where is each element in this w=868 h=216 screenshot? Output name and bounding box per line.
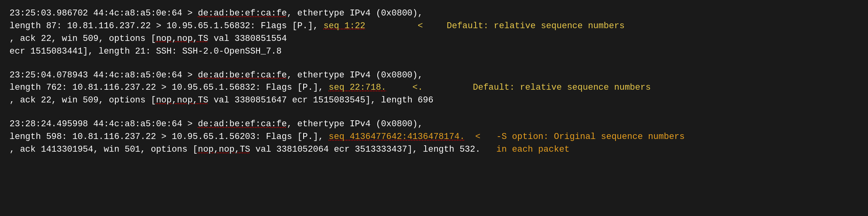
p2-l1-text: 23:25:04.078943 44:4c:a8:a5:0e:64 > de:a…	[10, 69, 423, 82]
p3-mac-dest: de:ad:be:ef:ca:fe	[198, 119, 287, 129]
packet-2-line-1: 23:25:04.078943 44:4c:a8:a5:0e:64 > de:a…	[10, 69, 858, 82]
p3-nop: nop,nop,TS	[198, 145, 250, 154]
p1-nop: nop,nop,TS	[156, 34, 208, 44]
p2-l2-prefix: length 762: 10.81.116.237.22 > 10.95.65.…	[10, 81, 449, 94]
p2-l3-text: , ack 22, win 509, options [nop,nop,TS v…	[10, 94, 433, 107]
p3-seq: seq 4136477642:4136478174.	[329, 132, 465, 142]
p3-l1-text: 23:28:24.495998 44:4c:a8:a5:0e:64 > de:a…	[10, 118, 423, 131]
packet-block-3: 23:28:24.495998 44:4c:a8:a5:0e:64 > de:a…	[10, 118, 858, 156]
packet-3-line-3: , ack 1413301954, win 501, options [nop,…	[10, 143, 858, 156]
p2-annotation: Default: relative sequence numbers	[473, 81, 651, 94]
p1-l2-prefix: length 87: 10.81.116.237.22 > 10.95.65.1…	[10, 20, 423, 33]
packet-3-line-1: 23:28:24.495998 44:4c:a8:a5:0e:64 > de:a…	[10, 118, 858, 131]
p1-mac-dest: de:ad:be:ef:ca:fe	[198, 8, 287, 18]
p1-annotation: Default: relative sequence numbers	[447, 20, 625, 33]
p2-seq: seq 22:718.	[329, 83, 386, 93]
p1-l4-text: ecr 1515083441], length 21: SSH: SSH-2.0…	[10, 45, 282, 58]
terminal-output: 23:25:03.986702 44:4c:a8:a5:0e:64 > de:a…	[10, 7, 858, 156]
packet-3-line-2: length 598: 10.81.116.237.22 > 10.95.65.…	[10, 131, 858, 143]
p2-nop: nop,nop,TS	[156, 95, 208, 105]
p1-l3-text: , ack 22, win 509, options [nop,nop,TS v…	[10, 33, 287, 45]
packet-1-line-2: length 87: 10.81.116.237.22 > 10.95.65.1…	[10, 20, 858, 33]
packet-1-line-4: ecr 1515083441], length 21: SSH: SSH-2.0…	[10, 45, 858, 58]
p3-l2-prefix: length 598: 10.81.116.237.22 > 10.95.65.…	[10, 131, 480, 143]
p1-seq: seq 1:22	[323, 21, 365, 31]
p3-l3-text: , ack 1413301954, win 501, options [nop,…	[10, 143, 480, 156]
packet-block-1: 23:25:03.986702 44:4c:a8:a5:0e:64 > de:a…	[10, 7, 858, 58]
p2-arrow: <.	[386, 83, 449, 93]
packet-2-line-3: , ack 22, win 509, options [nop,nop,TS v…	[10, 94, 858, 107]
packet-block-2: 23:25:04.078943 44:4c:a8:a5:0e:64 > de:a…	[10, 69, 858, 107]
packet-1-line-1: 23:25:03.986702 44:4c:a8:a5:0e:64 > de:a…	[10, 7, 858, 20]
p1-arrow: <	[365, 21, 423, 31]
p3-arrow: <	[465, 132, 481, 142]
p3-annotation: -S option: Original sequence numbers	[496, 131, 684, 143]
packet-2-line-2: length 762: 10.81.116.237.22 > 10.95.65.…	[10, 81, 858, 94]
p2-mac-dest: de:ad:be:ef:ca:fe	[198, 70, 287, 80]
p1-l1-text: 23:25:03.986702 44:4c:a8:a5:0e:64 > de:a…	[10, 7, 423, 20]
p3-annotation-2: in each packet	[496, 143, 570, 156]
packet-1-line-3: , ack 22, win 509, options [nop,nop,TS v…	[10, 33, 858, 45]
